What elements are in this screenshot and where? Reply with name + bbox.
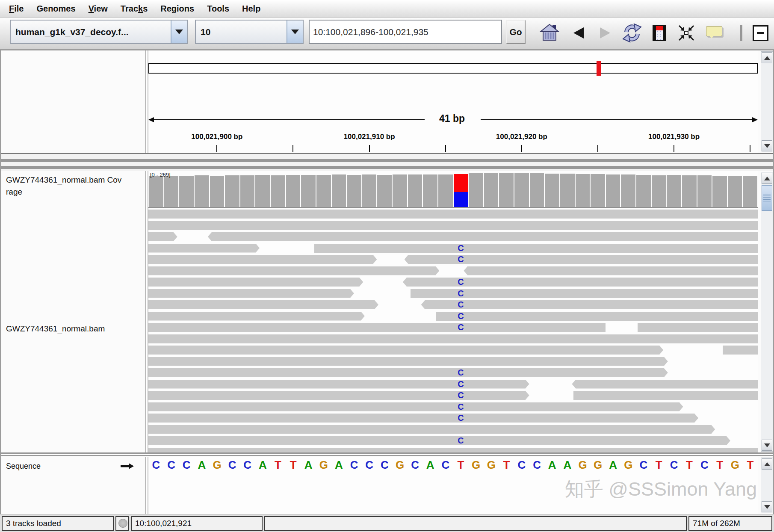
read-mismatch-base: C	[453, 402, 469, 412]
read-segment	[148, 414, 698, 423]
home-icon	[540, 24, 559, 42]
read-segment	[148, 210, 758, 219]
read-segment	[148, 368, 668, 377]
ruler-data-area[interactable]: 41 bp 100,021,900 bp100,021,910 bp100,02…	[148, 50, 758, 153]
read-segment	[148, 266, 439, 275]
menu-view[interactable]: View	[82, 0, 114, 17]
scroll-down-button[interactable]	[762, 140, 772, 151]
toolbar: human_g1k_v37_decoy.f... 10 Go	[0, 18, 774, 50]
sequence-base: A	[544, 458, 560, 472]
sequence-data-area[interactable]: 知乎 @SSSimon Yang CCCAGCCATTAGACCCGCACTGG…	[148, 457, 758, 514]
read-mismatch-base: C	[453, 243, 469, 253]
ruler-scrollbar[interactable]	[761, 51, 773, 152]
ruler-tick	[674, 145, 674, 152]
menu-tools[interactable]: Tools	[201, 0, 236, 17]
sequence-base: C	[697, 458, 712, 472]
sequence-base: G	[575, 458, 591, 472]
read-segment	[572, 380, 758, 389]
chevron-down-icon[interactable]	[287, 21, 303, 43]
menu-regions[interactable]: Regions	[154, 0, 201, 17]
panel-divider	[145, 171, 148, 452]
ruler-tick-label: 100,021,920 bp	[479, 133, 564, 141]
read-segment	[464, 266, 758, 275]
sequence-base: G	[484, 458, 499, 472]
sequence-base: C	[377, 458, 392, 472]
menu-file[interactable]: File	[3, 0, 30, 17]
sequence-track-label[interactable]: Sequence	[6, 462, 41, 471]
coverage-track-label[interactable]: GWZY744361_normal.bam Cov	[6, 175, 121, 185]
chromosome-select[interactable]: 10	[195, 20, 304, 44]
zoom-out-button[interactable]	[752, 22, 769, 44]
menu-help[interactable]: Help	[236, 0, 267, 17]
sequence-panel: Sequence 知乎 @SSSimon Yang CCCAGCCATTAGAC…	[1, 457, 773, 514]
menu-tracks[interactable]: Tracks	[114, 0, 154, 17]
fit-to-window-button[interactable]	[677, 22, 696, 44]
scroll-down-button[interactable]	[762, 501, 772, 512]
read-segment	[148, 312, 365, 321]
tracks-scrollbar[interactable]	[761, 172, 773, 452]
read-mismatch-base: C	[453, 254, 469, 264]
menu-genomes[interactable]: Genomes	[30, 0, 82, 17]
back-button[interactable]	[572, 22, 585, 44]
sequence-base: T	[270, 458, 286, 472]
ruler-tick-label: 100,021,900 bp	[174, 133, 260, 141]
sequence-base: C	[148, 458, 164, 472]
panel-splitter[interactable]	[1, 154, 773, 171]
read-segment	[436, 312, 758, 321]
zoom-out-icon	[753, 25, 768, 41]
sequence-base: T	[712, 458, 727, 472]
sequence-base: C	[514, 458, 529, 472]
alignment-track[interactable]: CCCCCCCCCCCCC	[148, 171, 758, 452]
alignment-track-label[interactable]: GWZY744361_normal.bam	[6, 324, 105, 334]
read-segment	[148, 436, 730, 445]
scroll-down-button[interactable]	[762, 440, 772, 451]
coverage-track-label-wrap[interactable]: rage	[6, 187, 22, 197]
scroll-up-button[interactable]	[762, 173, 772, 184]
refresh-button[interactable]	[621, 22, 643, 44]
chevron-down-icon[interactable]	[171, 21, 187, 43]
scroll-up-button[interactable]	[762, 52, 772, 63]
panel-splitter[interactable]	[1, 452, 773, 457]
region-of-interest-button[interactable]	[651, 22, 668, 44]
read-mismatch-base: C	[453, 413, 469, 423]
read-mismatch-base: C	[453, 435, 469, 446]
go-button[interactable]: Go	[506, 20, 526, 44]
sequence-base: G	[620, 458, 636, 472]
sequence-scrollbar[interactable]	[761, 458, 773, 513]
read-segment	[148, 334, 758, 343]
igv-window: FileGenomesViewTracksRegionsToolsHelp hu…	[0, 0, 774, 532]
sequence-base: T	[453, 458, 469, 472]
sequence-base: C	[346, 458, 362, 472]
sequence-base: G	[210, 458, 225, 472]
ruler-tick	[750, 145, 750, 152]
sequence-base: C	[362, 458, 377, 472]
ruler-tick	[445, 145, 446, 152]
read-segment	[148, 391, 529, 400]
read-segment	[148, 357, 668, 366]
status-position: 10:100,021,921	[131, 516, 263, 531]
read-mismatch-base: C	[453, 390, 469, 400]
panel-divider	[145, 50, 148, 153]
scrollbar-thumb[interactable]	[762, 185, 772, 211]
forward-button[interactable]	[599, 22, 612, 44]
chromosome-select-value: 10	[196, 21, 287, 43]
refresh-icon	[622, 23, 642, 43]
sequence-base: T	[682, 458, 697, 472]
genome-select-value: human_g1k_v37_decoy.f...	[11, 21, 171, 43]
read-segment	[148, 323, 606, 332]
scroll-up-button[interactable]	[762, 458, 772, 470]
read-mismatch-base: C	[453, 277, 469, 287]
sequence-base: T	[651, 458, 667, 472]
tracks-data-area[interactable]: [0 - 269] CCCCCCCCCCCCC	[148, 171, 758, 452]
status-tracks-loaded: 3 tracks loaded	[2, 516, 114, 531]
chromosome-ideogram[interactable]	[148, 63, 758, 74]
read-segment	[421, 300, 758, 309]
genome-select[interactable]: human_g1k_v37_decoy.f...	[10, 20, 188, 44]
sequence-base: A	[194, 458, 210, 472]
sequence-base: G	[392, 458, 408, 472]
home-button[interactable]	[539, 22, 560, 44]
locus-input[interactable]	[309, 20, 502, 44]
tooltip-toggle-button[interactable]	[704, 22, 724, 44]
read-mismatch-base: C	[453, 379, 469, 389]
strand-arrow-icon[interactable]	[120, 463, 134, 470]
